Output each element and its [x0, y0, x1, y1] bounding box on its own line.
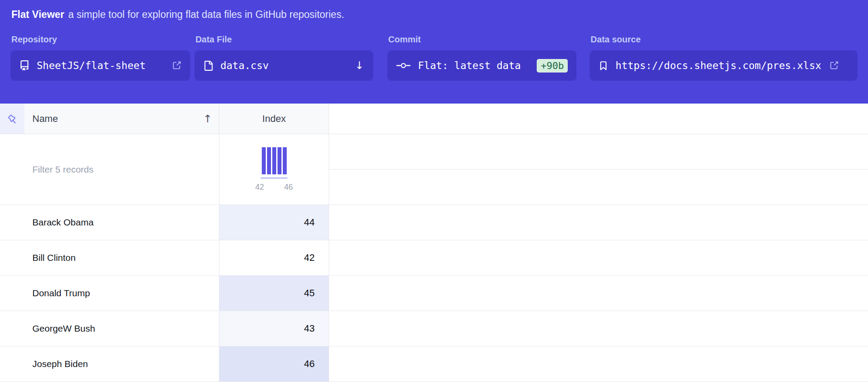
data-source-link[interactable]: https://docs.sheetjs.com/pres.xlsx — [590, 50, 858, 81]
histogram-bar — [283, 147, 287, 174]
histogram-bars — [262, 147, 287, 174]
git-commit-icon — [396, 60, 411, 71]
column-header-index[interactable]: Index — [219, 104, 329, 134]
commit-button[interactable]: Flat: latest data +90b — [387, 50, 576, 81]
index-histogram-filter[interactable]: 42 46 — [219, 134, 329, 204]
row-name-cell: Donald Trump — [0, 276, 219, 311]
repo-book-icon — [19, 60, 30, 71]
row-name: Donald Trump — [32, 288, 90, 298]
row-empty-area — [329, 311, 868, 346]
row-empty-area — [329, 205, 868, 240]
data-file-label: Data File — [194, 35, 373, 45]
bookmark-icon — [598, 61, 608, 71]
commit-section: Commit Flat: latest data +90b — [387, 35, 576, 81]
header-empty-area — [329, 104, 868, 134]
data-source-label: Data source — [590, 35, 858, 45]
pin-icon — [6, 113, 18, 125]
diffstat-badge: +90b — [537, 59, 568, 73]
histogram-track — [260, 177, 288, 179]
row-index-cell: 45 — [219, 276, 329, 311]
column-index-label: Index — [262, 113, 286, 125]
sticky-column-toggle[interactable] — [0, 104, 24, 134]
histogram-bar — [267, 147, 271, 174]
controls-row: Repository SheetJS/flat-sheet Data File … — [10, 35, 858, 81]
row-empty-area — [329, 240, 868, 275]
data-source-section: Data source https://docs.sheetjs.com/pre… — [590, 35, 858, 81]
commit-message: Flat: latest data — [418, 60, 521, 71]
histogram-max-label: 46 — [284, 183, 293, 192]
row-index-value: 46 — [304, 358, 315, 370]
row-empty-area — [329, 276, 868, 311]
row-name: Bill Clinton — [32, 253, 76, 263]
row-index-cell: 43 — [219, 311, 329, 346]
data-file-value: data.csv — [220, 60, 269, 71]
row-name: GeorgeW Bush — [32, 323, 95, 334]
repository-value: SheetJS/flat-sheet — [37, 60, 146, 71]
table-row: Donald Trump 45 — [0, 276, 868, 311]
row-name: Barack Obama — [32, 217, 94, 228]
histogram-labels: 42 46 — [255, 183, 293, 192]
row-index-value: 43 — [304, 323, 315, 334]
repository-label: Repository — [10, 35, 190, 45]
column-name-label: Name — [32, 113, 58, 125]
file-icon — [203, 61, 213, 71]
repository-section: Repository SheetJS/flat-sheet — [10, 35, 190, 81]
data-source-url: https://docs.sheetjs.com/pres.xlsx — [615, 60, 821, 71]
row-name-cell: GeorgeW Bush — [0, 311, 219, 346]
row-empty-area — [329, 346, 868, 381]
filter-row: 42 46 — [0, 134, 868, 205]
table-row: GeorgeW Bush 43 — [0, 311, 868, 346]
filter-input[interactable] — [0, 134, 219, 204]
row-name-cell: Joseph Biden — [0, 346, 219, 381]
app-header: Flat Viewer a simple tool for exploring … — [0, 0, 868, 104]
name-filter-cell — [0, 134, 219, 204]
table-row: Joseph Biden 46 — [0, 346, 868, 382]
app-title: Flat Viewer — [11, 9, 64, 21]
table-row: Bill Clinton 42 — [0, 240, 868, 276]
external-link-icon — [172, 61, 181, 70]
table-body: Barack Obama 44 Bill Clinton 42 Donald T… — [0, 205, 868, 382]
repository-button[interactable]: SheetJS/flat-sheet — [10, 50, 190, 81]
app-subtitle: a simple tool for exploring flat data fi… — [68, 9, 344, 21]
row-index-cell: 44 — [219, 205, 329, 240]
title-row: Flat Viewer a simple tool for exploring … — [10, 9, 858, 21]
histogram-min-label: 42 — [255, 183, 264, 192]
commit-label: Commit — [387, 35, 576, 45]
row-name: Joseph Biden — [32, 359, 88, 369]
row-index-value: 42 — [304, 252, 315, 263]
download-arrow-icon: ↓ — [355, 59, 365, 72]
table-row: Barack Obama 44 — [0, 205, 868, 240]
table-header-row: Name ↑ Index — [0, 104, 868, 134]
column-header-name[interactable]: Name ↑ — [24, 104, 219, 134]
histogram-bar — [262, 147, 266, 174]
row-name-cell: Bill Clinton — [0, 240, 219, 275]
filter-empty-area — [329, 134, 868, 204]
row-name-cell: Barack Obama — [0, 205, 219, 240]
row-index-value: 44 — [304, 217, 315, 228]
sort-ascending-icon: ↑ — [203, 113, 212, 125]
data-file-section: Data File data.csv ↓ — [194, 35, 373, 81]
row-index-cell: 42 — [219, 240, 329, 275]
row-index-cell: 46 — [219, 346, 329, 381]
histogram-bar — [272, 147, 276, 174]
histogram-bar — [278, 147, 281, 174]
data-file-select[interactable]: data.csv ↓ — [194, 50, 373, 81]
external-link-icon — [829, 61, 839, 70]
row-index-value: 45 — [304, 288, 315, 299]
